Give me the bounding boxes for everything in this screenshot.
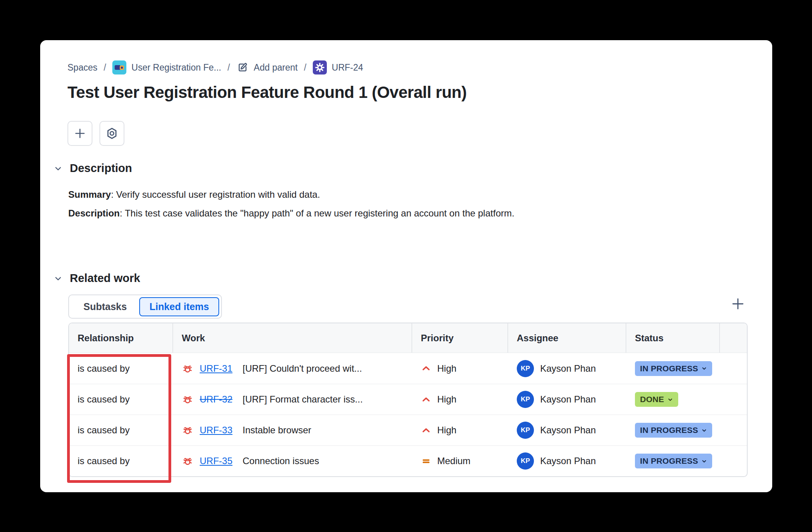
status-cell: IN PROGRESS	[626, 423, 720, 438]
col-header-relationship: Relationship	[69, 323, 173, 353]
status-cell: IN PROGRESS	[626, 361, 720, 376]
chevron-down-icon	[701, 458, 707, 464]
priority-cell: High	[412, 363, 508, 374]
assignee-cell: KP Kayson Phan	[508, 422, 626, 439]
work-item-title: Instable browser	[243, 425, 311, 436]
apps-button[interactable]	[99, 121, 124, 146]
assignee-name: Kayson Phan	[540, 425, 596, 436]
breadcrumb-separator: /	[303, 62, 307, 73]
col-header-priority: Priority	[412, 323, 508, 353]
priority-high-icon	[421, 425, 431, 436]
table-row: is caused by URF-35 Connection issues Me…	[69, 445, 747, 476]
bug-icon	[182, 455, 193, 467]
summary-label: Summary	[68, 189, 111, 200]
assignee-name: Kayson Phan	[540, 456, 596, 466]
col-header-work: Work	[173, 323, 412, 353]
work-cell: URF-32 [URF] Format character iss...	[173, 394, 412, 405]
status-cell: IN PROGRESS	[626, 454, 720, 468]
page-title: Test User Registration Feature Round 1 (…	[67, 83, 466, 102]
chevron-down-icon	[701, 427, 707, 433]
col-header-assignee: Assignee	[508, 323, 626, 353]
relationship-cell: is caused by	[69, 456, 173, 466]
work-item-link[interactable]: URF-31	[200, 363, 232, 374]
priority-cell: Medium	[412, 456, 508, 466]
table-header-row: Relationship Work Priority Assignee Stat…	[69, 323, 747, 353]
breadcrumb-separator: /	[226, 62, 231, 73]
avatar: KP	[517, 422, 534, 439]
col-header-status: Status	[626, 323, 720, 353]
table-row: is caused by URF-31 [URF] Couldn't proce…	[69, 353, 747, 384]
tab-subtasks[interactable]: Subtasks	[71, 297, 139, 316]
work-item-link[interactable]: URF-33	[200, 425, 232, 436]
add-linked-item-button[interactable]	[729, 294, 747, 313]
status-badge[interactable]: IN PROGRESS	[635, 361, 712, 376]
work-cell: URF-33 Instable browser	[173, 424, 412, 436]
chevron-down-icon	[701, 365, 707, 371]
assignee-name: Kayson Phan	[540, 394, 596, 405]
priority-high-icon	[421, 394, 431, 405]
status-badge[interactable]: DONE	[635, 392, 678, 407]
assignee-cell: KP Kayson Phan	[508, 360, 626, 377]
breadcrumb-item-key[interactable]: URF-24	[332, 62, 363, 73]
avatar: KP	[517, 452, 534, 470]
work-item-panel: Spaces / User Registration Fe... / Add p…	[40, 40, 772, 492]
table-row: is caused by URF-32 [URF] Format charact…	[69, 384, 747, 415]
priority-label: Medium	[437, 456, 470, 466]
tab-linked-items[interactable]: Linked items	[139, 297, 219, 316]
chevron-down-icon[interactable]	[53, 273, 63, 284]
avatar: KP	[517, 391, 534, 408]
priority-cell: High	[412, 425, 508, 436]
status-cell: DONE	[626, 392, 720, 407]
status-badge[interactable]: IN PROGRESS	[635, 423, 712, 438]
work-item-link[interactable]: URF-32	[200, 394, 232, 405]
table-row: is caused by URF-33 Instable browser Hig…	[69, 415, 747, 445]
priority-label: High	[437, 425, 456, 436]
work-item-title: [URF] Format character iss...	[243, 394, 363, 405]
relationship-cell: is caused by	[69, 394, 173, 405]
breadcrumb-space-name[interactable]: User Registration Fe...	[131, 62, 221, 73]
edit-icon	[236, 61, 249, 74]
status-badge[interactable]: IN PROGRESS	[635, 454, 712, 468]
breadcrumb: Spaces / User Registration Fe... / Add p…	[67, 59, 363, 76]
relationship-cell: is caused by	[69, 425, 173, 436]
breadcrumb-spaces[interactable]: Spaces	[67, 62, 98, 73]
add-button[interactable]	[67, 121, 92, 146]
assignee-cell: KP Kayson Phan	[508, 452, 626, 470]
breadcrumb-separator: /	[103, 62, 107, 73]
related-work-section-header: Related work	[53, 272, 140, 285]
hexagon-nut-icon	[105, 127, 119, 140]
chevron-down-icon[interactable]	[53, 163, 63, 174]
title-action-buttons	[67, 121, 124, 146]
related-work-tabs: Subtasks Linked items	[68, 294, 222, 319]
bug-icon	[182, 363, 193, 374]
priority-label: High	[437, 363, 456, 374]
work-item-type-gear-icon	[313, 60, 327, 74]
description-section-header: Description	[53, 162, 132, 175]
description-line: Description: This test case validates th…	[68, 204, 514, 223]
work-cell: URF-31 [URF] Couldn't proceed wit...	[173, 363, 412, 374]
avatar: KP	[517, 360, 534, 377]
priority-medium-icon	[421, 456, 431, 466]
bug-icon	[182, 394, 193, 405]
breadcrumb-add-parent[interactable]: Add parent	[254, 62, 298, 73]
linked-items-table: Relationship Work Priority Assignee Stat…	[68, 323, 748, 477]
priority-cell: High	[412, 394, 508, 405]
summary-line: Summary: Verify successful user registra…	[68, 185, 514, 204]
plus-icon	[730, 296, 745, 311]
work-item-title: Connection issues	[243, 456, 319, 466]
col-header-extra	[720, 323, 747, 353]
priority-high-icon	[421, 363, 431, 374]
description-heading: Description	[70, 162, 132, 175]
assignee-cell: KP Kayson Phan	[508, 391, 626, 408]
chevron-down-icon	[667, 397, 673, 403]
description-body: Summary: Verify successful user registra…	[68, 185, 514, 223]
work-item-title: [URF] Couldn't proceed wit...	[243, 363, 362, 374]
description-label: Description	[68, 208, 120, 218]
related-work-heading: Related work	[70, 272, 140, 285]
work-item-link[interactable]: URF-35	[200, 456, 232, 466]
work-cell: URF-35 Connection issues	[173, 455, 412, 467]
bug-icon	[182, 424, 193, 436]
priority-label: High	[437, 394, 456, 405]
assignee-name: Kayson Phan	[540, 363, 596, 374]
space-avatar-icon	[112, 60, 126, 74]
